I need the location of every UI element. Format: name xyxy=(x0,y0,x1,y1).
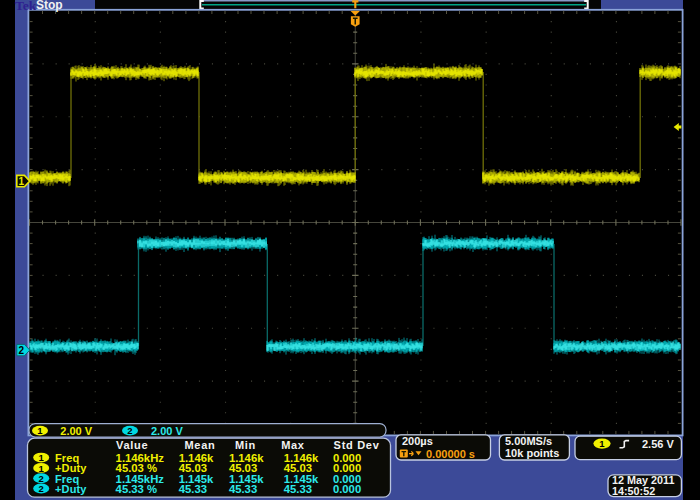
svg-text:1: 1 xyxy=(599,438,605,449)
svg-text:2.00 V: 2.00 V xyxy=(60,425,92,437)
svg-text:2: 2 xyxy=(127,425,132,436)
svg-text:2.00 V: 2.00 V xyxy=(151,425,183,437)
svg-text:45.33 %: 45.33 % xyxy=(116,483,157,495)
svg-text:10k points: 10k points xyxy=(505,447,559,459)
svg-text:+Duty: +Duty xyxy=(55,483,87,495)
svg-text:200µs: 200µs xyxy=(402,435,433,447)
svg-text:Tek: Tek xyxy=(15,0,37,13)
svg-text:45.33: 45.33 xyxy=(179,483,207,495)
svg-text:0.000: 0.000 xyxy=(333,483,361,495)
svg-text:1: 1 xyxy=(19,176,25,187)
svg-text:45.33: 45.33 xyxy=(284,483,312,495)
svg-text:Max: Max xyxy=(281,439,305,451)
svg-text:2.56 V: 2.56 V xyxy=(642,438,674,450)
svg-text:14:50:52: 14:50:52 xyxy=(612,485,655,497)
svg-text:0.00000 s: 0.00000 s xyxy=(426,448,475,460)
svg-text:45.33: 45.33 xyxy=(229,483,257,495)
svg-text:Mean: Mean xyxy=(185,439,216,451)
svg-text:Min: Min xyxy=(235,439,256,451)
svg-text:2: 2 xyxy=(19,345,25,356)
svg-text:Std Dev: Std Dev xyxy=(334,439,380,451)
svg-text:5.00MS/s: 5.00MS/s xyxy=(505,435,552,447)
svg-text:Value: Value xyxy=(116,439,148,451)
svg-text:Stop: Stop xyxy=(36,0,63,12)
svg-text:2: 2 xyxy=(39,483,44,494)
svg-text:1: 1 xyxy=(37,425,43,436)
